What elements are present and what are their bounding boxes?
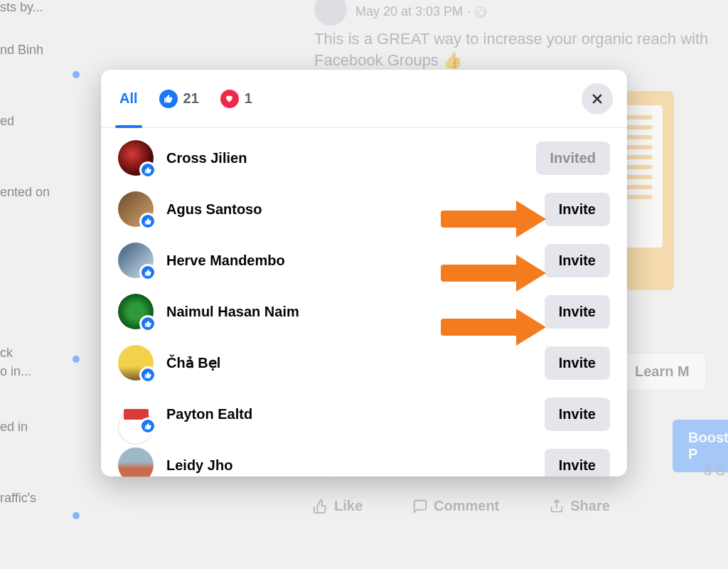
sidebar-fragment: o in...: [0, 364, 31, 379]
tab-love[interactable]: 1: [220, 70, 252, 127]
love-icon: [220, 90, 239, 108]
invited-button: Invited: [536, 142, 610, 175]
list-item: Naimul Hasan Naim Invite: [118, 286, 610, 337]
post-author-avatar: [314, 0, 347, 26]
close-button[interactable]: [582, 83, 613, 115]
share-button[interactable]: Share: [549, 498, 610, 514]
like-badge-icon: [139, 366, 156, 383]
like-badge-icon: [139, 161, 156, 179]
comment-label: Comment: [434, 498, 499, 514]
person-name[interactable]: Naimul Hasan Naim: [166, 304, 532, 320]
person-name[interactable]: Payton Ealtd: [166, 406, 532, 422]
invite-button[interactable]: Invite: [545, 193, 610, 226]
like-button[interactable]: Like: [313, 498, 363, 514]
unread-dot-icon: [73, 356, 80, 363]
avatar[interactable]: [118, 396, 154, 432]
close-icon: [590, 92, 604, 106]
avatar[interactable]: [118, 447, 154, 477]
post-body-text: This is a GREAT way to increase your org…: [314, 28, 728, 70]
learn-more-button[interactable]: Learn M: [619, 353, 706, 390]
person-name[interactable]: Cross Jilien: [166, 150, 523, 166]
like-label: Like: [334, 498, 363, 514]
unread-dot-icon: [73, 512, 80, 519]
like-badge-icon: [139, 264, 156, 281]
list-item: Agus Santoso Invite: [118, 184, 610, 235]
avatar[interactable]: [118, 243, 154, 278]
share-icon: [549, 499, 564, 514]
tab-love-count: 1: [245, 90, 252, 107]
sidebar-fragment: ed: [0, 114, 14, 129]
reactions-tabs: All 21 1: [101, 70, 627, 128]
like-badge-icon: [139, 418, 156, 435]
post-action-bar: Like Comment Share: [313, 498, 728, 514]
left-sidebar-fragment: sts by... nd Binh ed ented on ck o in...…: [0, 0, 92, 569]
person-name[interactable]: Herve Mandembo: [166, 252, 532, 269]
person-name[interactable]: Agus Santoso: [166, 201, 532, 218]
post-meta: May 20 at 3:03 PM ·: [355, 4, 486, 19]
person-name[interactable]: Čhả Bẹl: [166, 354, 532, 371]
person-name[interactable]: Leidy Jho: [166, 457, 532, 474]
invite-button[interactable]: Invite: [545, 244, 610, 277]
tab-like[interactable]: 21: [159, 70, 199, 127]
sidebar-fragment: ented on: [0, 185, 50, 200]
unread-dot-icon: [73, 71, 80, 78]
post-timestamp: May 20 at 3:03 PM: [355, 4, 463, 19]
comment-button[interactable]: Comment: [412, 498, 499, 514]
sidebar-fragment: raffic's: [0, 491, 36, 506]
sidebar-fragment: ck: [0, 346, 13, 361]
sidebar-fragment: ed in: [0, 420, 28, 435]
share-label: Share: [570, 498, 610, 514]
reactions-list: Cross Jilien Invited Agus Santoso Invite…: [101, 128, 627, 477]
globe-icon: [475, 6, 486, 18]
invite-button[interactable]: Invite: [545, 346, 610, 380]
invite-button[interactable]: Invite: [545, 398, 610, 431]
thumbs-up-icon: [313, 499, 328, 514]
avatar[interactable]: [118, 140, 154, 176]
invite-button[interactable]: Invite: [545, 295, 610, 329]
like-badge-icon: [139, 213, 156, 230]
tab-all[interactable]: All: [119, 70, 138, 127]
list-item: Herve Mandembo Invite: [118, 235, 610, 286]
sidebar-fragment: nd Binh: [0, 43, 43, 58]
list-item: Leidy Jho Invite: [118, 440, 610, 477]
invite-button[interactable]: Invite: [545, 449, 610, 477]
list-item: Payton Ealtd Invite: [118, 388, 610, 440]
like-badge-icon: [139, 315, 156, 332]
avatar[interactable]: [118, 345, 154, 381]
comment-icon: [412, 499, 428, 514]
post-share-count: 3 S: [704, 462, 725, 479]
list-item: Čhả Bẹl Invite: [118, 337, 610, 388]
tab-like-count: 21: [183, 90, 199, 107]
avatar[interactable]: [118, 294, 154, 329]
tab-all-label: All: [119, 90, 138, 107]
reactions-modal: All 21 1 Cross Jilien Invited: [101, 70, 627, 477]
avatar[interactable]: [118, 191, 154, 227]
list-item: Cross Jilien Invited: [118, 132, 610, 184]
sidebar-fragment: sts by...: [0, 0, 43, 15]
like-icon: [159, 90, 178, 108]
